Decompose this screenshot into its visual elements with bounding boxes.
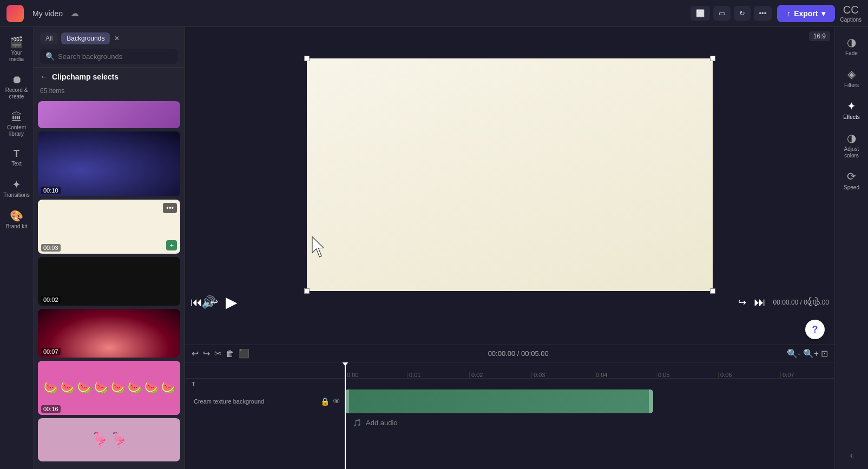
items-count: 65 items	[34, 86, 185, 98]
clip-drag-right[interactable]	[649, 389, 653, 413]
more-options-button[interactable]: •••	[754, 6, 772, 21]
tab-close-button[interactable]: ✕	[114, 32, 120, 44]
ratio-badge: 16:9	[809, 31, 830, 41]
skip-back-button[interactable]: ⏮	[190, 295, 202, 309]
undo-button[interactable]: ↩	[192, 348, 199, 359]
right-sidebar-item-adjust-colors[interactable]: ◑ Adjust colors	[837, 127, 867, 163]
thumb-item-dark-blue[interactable]: 00:10	[38, 131, 180, 196]
help-button[interactable]: ?	[805, 320, 825, 339]
sidebar-item-brand-kit[interactable]: 🎨 Brand kit	[2, 205, 32, 234]
right-sidebar-item-speed[interactable]: ⟳ Speed	[837, 166, 867, 195]
speed-icon: ⟳	[847, 170, 856, 183]
delete-button[interactable]: 🗑	[226, 349, 234, 359]
thumb-item-purple[interactable]	[38, 101, 180, 128]
timeline-area: ↩ ↪ ✂ 🗑 ⬛ 00:00.00 / 00:05.00 🔍- 🔍+ ⊡ 0:…	[185, 345, 834, 469]
save-clip-button[interactable]: ⬛	[239, 348, 249, 359]
right-panel-collapse-button[interactable]: ‹	[846, 446, 857, 465]
thumb-more-button[interactable]: •••	[163, 203, 177, 213]
timeline-content: 0:00 0:01 0:02 0:03 0:04 0:05 0:06 0:07 …	[185, 362, 834, 469]
zoom-in-button[interactable]: 🔍+	[803, 348, 819, 359]
brand-kit-icon: 🎨	[10, 209, 23, 222]
thumb-item-cream[interactable]: 00:03 ••• + Add to timeline	[38, 200, 180, 254]
volume-button[interactable]: 🔊	[201, 295, 216, 309]
filters-icon: ◈	[847, 68, 856, 81]
clip-label-track: Cream texture background	[189, 398, 264, 405]
thumb-item-flamingo[interactable]: 🦩🦩	[38, 418, 180, 461]
fullscreen-button[interactable]: ⛶	[808, 296, 818, 308]
playhead[interactable]	[345, 362, 346, 469]
add-audio-label: Add audio	[366, 419, 398, 427]
thumb-duration-black: 00:02	[41, 296, 61, 303]
thumb-item-red-stars[interactable]: 00:07	[38, 309, 180, 358]
ruler-marks: 0:00 0:01 0:02 0:03 0:04 0:05 0:06 0:07 …	[345, 372, 834, 378]
center-area: 16:9 🔊 ⏮ ↩ ▶ ↪ ⏭ 00:00.00 / 00:05.00 ⛶	[185, 27, 834, 469]
back-button[interactable]: ←	[40, 72, 49, 82]
thumb-item-black[interactable]: 00:02	[38, 257, 180, 306]
ruler-mark-0: 0:00	[345, 372, 407, 378]
left-sidebar: 🎬 Your media ⏺ Record & create 🏛 Content…	[0, 27, 34, 469]
text-icon: T	[14, 148, 19, 160]
sidebar-label-brand-kit: Brand kit	[6, 223, 27, 230]
ruler-mark-2: 0:02	[469, 372, 531, 378]
aspect-button[interactable]: ▭	[713, 6, 731, 21]
track-row: Cream texture background 🔒 👁	[185, 388, 834, 414]
breadcrumb: ← Clipchamp selects	[34, 68, 185, 86]
export-chevron-icon: ▾	[821, 9, 825, 18]
forward-button[interactable]: ↪	[738, 296, 746, 308]
sidebar-label-transitions: Transitions	[3, 192, 30, 199]
track-eye-button[interactable]: 👁	[333, 397, 340, 406]
timeline-clip[interactable]	[345, 389, 653, 413]
right-sidebar-item-fade[interactable]: ◑ Fade	[837, 31, 867, 61]
right-sidebar-item-filters[interactable]: ◈ Filters	[837, 63, 867, 93]
thumb-duration-watermelon: 00:16	[41, 405, 61, 413]
playhead-indicator	[342, 362, 348, 366]
timeline-toolbar: ↩ ↪ ✂ 🗑 ⬛ 00:00.00 / 00:05.00 🔍- 🔍+ ⊡	[185, 345, 834, 362]
right-sidebar: ◑ Fade ◈ Filters ✦ Effects ◑ Adjust colo…	[834, 27, 868, 469]
main-layout: 🎬 Your media ⏺ Record & create 🏛 Content…	[0, 27, 868, 469]
panel-tabs: All Backgrounds ✕	[40, 32, 178, 44]
search-icon: 🔍	[45, 52, 55, 61]
thumb-item-watermelon[interactable]: 🍉🍉🍉 🍉🍉🍉 🍉🍉 00:16	[38, 361, 180, 415]
preview-area: 16:9 🔊 ⏮ ↩ ▶ ↪ ⏭ 00:00.00 / 00:05.00 ⛶	[185, 27, 834, 345]
rotate-button[interactable]: ↻	[734, 6, 751, 21]
track-label: T	[185, 379, 834, 388]
adjust-colors-icon: ◑	[847, 131, 856, 144]
music-icon: 🎵	[353, 419, 361, 427]
track-lock-button[interactable]: 🔒	[320, 397, 330, 406]
search-input[interactable]	[58, 52, 173, 61]
sidebar-label-text: Text	[11, 161, 21, 167]
captions-icon: CC	[843, 4, 859, 16]
play-pause-button[interactable]: ▶	[226, 293, 731, 311]
collapse-icon: ‹	[850, 451, 853, 460]
add-audio-row[interactable]: 🎵 Add audio	[185, 414, 834, 431]
tab-backgrounds[interactable]: Backgrounds	[61, 32, 110, 44]
zoom-out-button[interactable]: 🔍-	[787, 348, 800, 359]
right-sidebar-item-effects[interactable]: ✦ Effects	[837, 95, 867, 125]
save-icon[interactable]: ☁	[70, 8, 79, 18]
tab-all[interactable]: All	[40, 32, 58, 44]
crop-button[interactable]: ⬜	[691, 6, 710, 21]
sidebar-item-your-media[interactable]: 🎬 Your media	[2, 31, 32, 67]
cut-button[interactable]: ✂	[214, 348, 221, 359]
captions-button[interactable]: CC Captions	[840, 4, 862, 23]
thumb-add-button[interactable]: +	[166, 240, 177, 250]
skip-forward-button[interactable]: ⏭	[754, 295, 766, 309]
sidebar-label-your-media: Your media	[4, 50, 30, 63]
project-name: My video	[32, 9, 63, 18]
media-panel: All Backgrounds ✕ 🔍 ← Clipchamp selects …	[34, 27, 185, 469]
redo-button[interactable]: ↪	[203, 348, 210, 359]
time-display: 00:00.00 / 00:05.00	[773, 299, 829, 306]
filters-label: Filters	[844, 82, 859, 89]
app-logo	[6, 5, 24, 22]
thumb-duration-dark-blue: 00:10	[41, 187, 61, 194]
adjust-colors-label: Adjust colors	[839, 146, 865, 159]
sidebar-item-content-library[interactable]: 🏛 Content library	[2, 107, 32, 142]
search-box: 🔍	[40, 49, 178, 64]
sidebar-item-text[interactable]: T Text	[2, 144, 32, 171]
sidebar-item-record[interactable]: ⏺ Record & create	[2, 69, 32, 104]
panel-header: All Backgrounds ✕ 🔍	[34, 27, 185, 68]
sidebar-item-transitions[interactable]: ✦ Transitions	[2, 174, 32, 203]
fit-button[interactable]: ⊡	[821, 348, 828, 359]
thumb-duration-cream: 00:03	[41, 244, 61, 252]
export-button[interactable]: ↑ Export ▾	[777, 5, 834, 22]
